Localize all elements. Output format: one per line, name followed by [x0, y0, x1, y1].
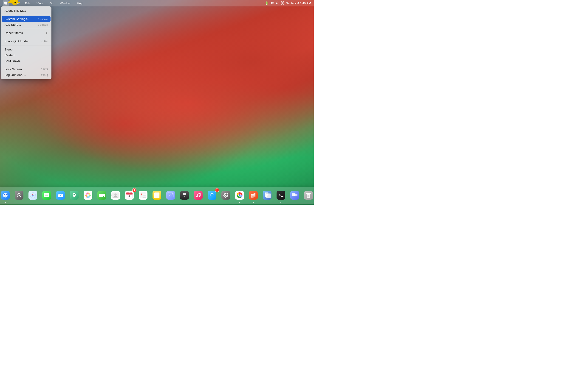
dock-item-maps[interactable]: [68, 189, 80, 201]
menubar: A File Edit View Go Window: [0, 0, 314, 6]
terminal-icon: [275, 189, 287, 201]
screenmanager-icon: [289, 189, 301, 201]
menubar-clock: Sat Nov 4 6:40 PM: [286, 2, 311, 5]
photos-icon: [82, 189, 94, 201]
contacts-icon: [109, 189, 122, 201]
menubar-help[interactable]: Help: [76, 1, 84, 5]
menu-item-lock-screen[interactable]: Lock Screen ⌃⌘Q: [1, 66, 51, 72]
menu-item-sleep[interactable]: Sleep: [1, 47, 51, 52]
appstore-badge: 1: [215, 188, 219, 192]
svg-point-9: [6, 194, 7, 195]
dock-item-photos[interactable]: [82, 189, 94, 201]
force-quit-shortcut: ⌥⌘⎋: [40, 40, 48, 43]
svg-rect-67: [180, 191, 189, 200]
svg-rect-44: [111, 194, 112, 194]
dock-item-messages[interactable]: [41, 189, 53, 201]
dock-dot-finder: [5, 202, 6, 203]
dock-item-calendar[interactable]: NOV 4 4: [123, 189, 136, 201]
svg-rect-69: [194, 191, 203, 200]
notes-icon: [151, 189, 163, 201]
menu-item-shut-down[interactable]: Shut Down...: [1, 58, 51, 64]
menu-item-restart[interactable]: Restart...: [1, 52, 51, 58]
dock-item-appletv[interactable]: TV: [178, 189, 191, 201]
menubar-left: A File Edit View Go Window: [3, 0, 84, 6]
siri-icon[interactable]: [281, 1, 284, 5]
dock-item-finder[interactable]: [0, 189, 11, 201]
svg-point-91: [239, 194, 240, 196]
svg-point-30: [87, 196, 89, 198]
dock-item-notes[interactable]: [151, 189, 163, 201]
dock-item-music[interactable]: [192, 189, 204, 201]
dock-dot-sublime: [253, 202, 254, 203]
reminders-icon: [137, 189, 149, 201]
menu-separator-2: [1, 29, 51, 29]
svg-rect-75: [208, 191, 216, 200]
messages-icon: [41, 189, 53, 201]
menubar-right: 🔋 Sat Nov 4 6:40 PM: [265, 1, 311, 5]
dock-item-preview[interactable]: [261, 189, 273, 201]
menu-separator-5: [1, 65, 51, 65]
svg-rect-83: [227, 195, 228, 196]
svg-point-21: [46, 195, 47, 196]
dock-item-appstore[interactable]: 1: [206, 189, 218, 201]
appletv-icon: TV: [178, 189, 191, 201]
battery-icon[interactable]: 🔋: [265, 1, 269, 5]
sublime-icon: [247, 189, 260, 201]
finder-icon: [0, 189, 11, 201]
dock-item-freeform[interactable]: [165, 189, 177, 201]
menubar-window[interactable]: Window: [59, 1, 72, 5]
system-settings-dock-icon: [220, 189, 232, 201]
dock-item-chrome[interactable]: [233, 189, 246, 201]
menu-item-force-quit[interactable]: Force Quit Finder ⌥⌘⎋ B: [1, 38, 51, 44]
dock-item-mail[interactable]: [54, 189, 67, 201]
dock-item-sublime[interactable]: [247, 189, 260, 201]
menubar-view[interactable]: View: [35, 1, 44, 5]
freeform-icon: [165, 189, 177, 201]
dock-item-system-settings[interactable]: [220, 189, 232, 201]
dock-item-reminders[interactable]: [137, 189, 149, 201]
svg-point-37: [87, 194, 89, 196]
svg-point-31: [85, 194, 87, 196]
maps-icon: [68, 189, 80, 201]
svg-rect-80: [225, 193, 226, 194]
spotlight-icon[interactable]: [276, 1, 279, 5]
submenu-arrow-icon: ▶: [46, 31, 48, 34]
svg-rect-3: [283, 2, 284, 3]
dock-item-launchpad[interactable]: [13, 189, 25, 201]
svg-rect-81: [225, 197, 226, 197]
menubar-edit[interactable]: Edit: [24, 1, 31, 5]
svg-point-20: [45, 195, 46, 196]
dock-item-trash[interactable]: [302, 189, 314, 201]
menu-item-about[interactable]: About This Mac: [1, 8, 51, 14]
svg-text:4: 4: [128, 194, 130, 197]
menu-separator-3: [1, 37, 51, 37]
menu-item-system-settings[interactable]: System Settings... 1 update: [2, 16, 51, 22]
dock-shelf: NOV 4 4: [0, 187, 314, 204]
dock-item-contacts[interactable]: [109, 189, 122, 201]
svg-text:NOV: NOV: [128, 192, 131, 194]
dock-item-terminal[interactable]: [275, 189, 287, 201]
menu-item-recent-items[interactable]: Recent Items ▶: [1, 30, 51, 36]
apple-menu-button[interactable]: A: [3, 0, 9, 6]
svg-rect-4: [281, 3, 282, 4]
dock-item-screenmanager[interactable]: [289, 189, 301, 201]
svg-rect-61: [154, 192, 160, 198]
menubar-go[interactable]: Go: [48, 1, 55, 5]
dock-item-safari[interactable]: [27, 189, 39, 201]
dock-item-facetime[interactable]: [96, 189, 108, 201]
menu-item-app-store[interactable]: App Store... 1 update: [1, 22, 51, 28]
calendar-badge: 4: [132, 188, 136, 192]
svg-line-1: [278, 3, 279, 4]
svg-rect-39: [99, 194, 103, 197]
svg-point-29: [87, 192, 89, 194]
svg-point-54: [141, 194, 142, 195]
svg-point-32: [89, 194, 91, 196]
svg-rect-103: [294, 194, 297, 196]
svg-point-7: [3, 193, 8, 197]
menu-item-log-out[interactable]: Log Out Mark... ⇧⌘Q: [1, 72, 51, 78]
wifi-icon[interactable]: [270, 1, 274, 5]
svg-point-8: [4, 194, 5, 195]
mail-icon: [54, 189, 67, 201]
svg-rect-107: [308, 193, 309, 193]
svg-rect-99: [276, 191, 285, 200]
